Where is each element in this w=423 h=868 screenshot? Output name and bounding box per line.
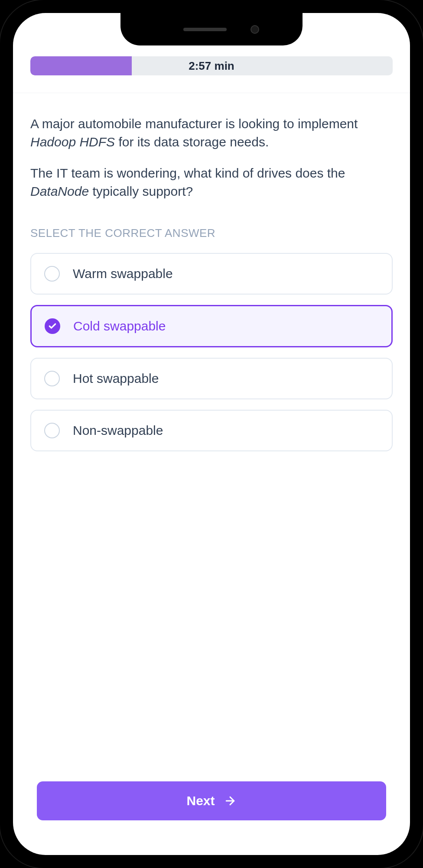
timer-text: 2:57 min [189, 59, 234, 73]
answer-label: Non-swappable [73, 423, 163, 438]
answer-label: Hot swappable [73, 371, 159, 386]
answer-label: Cold swappable [73, 319, 166, 334]
notch-camera [251, 25, 259, 34]
footer: Next [13, 768, 410, 855]
question-text-em: DataNode [30, 184, 89, 198]
answer-option-hot[interactable]: Hot swappable [30, 358, 393, 399]
phone-frame: 2:57 min A major automobile manufacturer… [0, 0, 423, 868]
question-paragraph-1: A major automobile manufacturer is looki… [30, 115, 393, 151]
question-text-pre: The IT team is wondering, what kind of d… [30, 166, 345, 180]
radio-icon [44, 371, 60, 386]
content-area: 2:57 min A major automobile manufacturer… [13, 13, 410, 855]
answer-option-non[interactable]: Non-swappable [30, 410, 393, 451]
notch-speaker [183, 28, 227, 31]
question-text-post: typically support? [89, 184, 193, 198]
phone-screen: 2:57 min A major automobile manufacturer… [13, 13, 410, 855]
question-text-em: Hadoop HDFS [30, 135, 115, 149]
progress-bar: 2:57 min [30, 56, 393, 75]
question-text-post: for its data storage needs. [115, 135, 269, 149]
radio-icon [45, 318, 60, 334]
progress-fill [30, 56, 132, 75]
next-button[interactable]: Next [37, 781, 386, 820]
radio-icon [44, 423, 60, 438]
answer-option-warm[interactable]: Warm swappable [30, 253, 393, 295]
notch [120, 13, 303, 45]
answer-option-cold[interactable]: Cold swappable [30, 305, 393, 347]
next-button-label: Next [186, 794, 215, 808]
radio-icon [44, 266, 60, 282]
question-paragraph-2: The IT team is wondering, what kind of d… [30, 164, 393, 201]
instruction-label: SELECT THE CORRECT ANSWER [30, 227, 393, 240]
check-icon [48, 322, 57, 330]
arrow-right-icon [224, 794, 237, 807]
answer-label: Warm swappable [73, 266, 173, 281]
question-section: A major automobile manufacturer is looki… [13, 93, 410, 768]
question-text-pre: A major automobile manufacturer is looki… [30, 117, 358, 131]
progress-section: 2:57 min [13, 56, 410, 93]
